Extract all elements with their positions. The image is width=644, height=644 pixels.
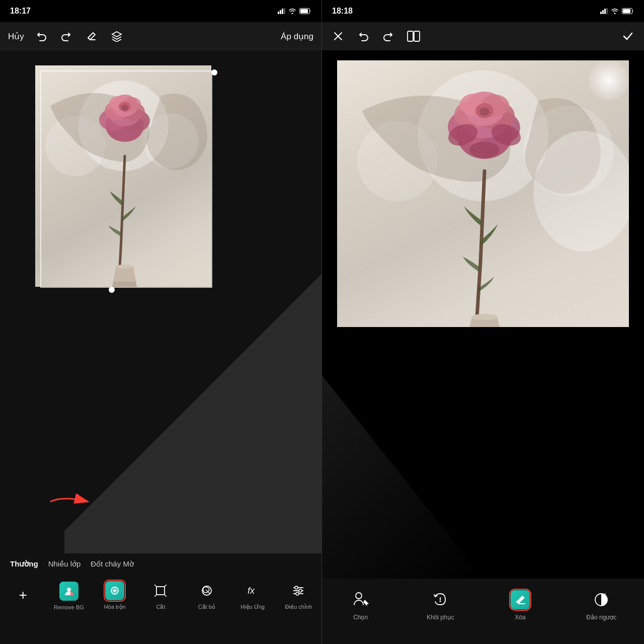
eraser-icon-bg [511,590,530,609]
flower-image-left [35,65,211,287]
svg-line-27 [165,595,167,597]
cut-icon-wrap [149,580,172,602]
compare-button-right[interactable] [406,28,422,44]
blend-tab-dot[interactable]: Đốt cháy Mờ [91,559,134,569]
cutout-tool[interactable]: Cắt bỏ [184,577,229,613]
erase-label: Xóa [515,614,525,621]
svg-rect-37 [623,9,630,13]
layers-button[interactable] [109,28,125,44]
invert-icon [592,591,610,609]
wifi-icon-left [288,8,296,14]
crop-handle-tr[interactable] [211,69,217,75]
select-tool[interactable]: Chọn [344,586,378,624]
undo-button-right[interactable] [355,28,371,44]
erase-tool[interactable]: Xóa [503,586,537,624]
battery-icon-right [622,8,634,14]
svg-point-63 [440,601,441,602]
select-icon [352,591,370,609]
status-bar-left: 18:17 [0,0,321,22]
toolbar-right-left-group [330,28,422,44]
svg-point-16 [115,265,133,269]
signal-icon-left [278,8,285,14]
canvas-right [322,50,644,579]
toolbar-left-group: Hủy [8,28,125,44]
toolbar-right-group: Áp dụng [281,31,313,42]
blend-icon [109,585,120,596]
blend-tab-nhieu[interactable]: Nhiều lớp [48,559,81,569]
adjust-tool[interactable]: Điều chỉnh [276,577,321,613]
blend-tool[interactable]: Hòa trộn [92,577,138,613]
restore-icon-wrap [429,589,451,611]
toolbar-left: Hủy [0,22,321,50]
battery-icon-left [299,8,311,14]
svg-point-59 [479,108,490,116]
svg-text:fx: fx [248,586,255,596]
left-panel: 18:17 [0,0,322,644]
svg-point-22 [113,589,116,592]
bottom-tools-right: Chọn Khôi phục [322,579,644,628]
effects-icon-wrap: fx [242,580,264,602]
svg-line-26 [154,595,156,597]
select-label: Chọn [353,614,368,621]
svg-point-15 [121,105,128,111]
cut-tool[interactable]: Cắt [138,577,184,613]
blend-label: Hòa trộn [104,604,126,610]
effects-icon: fx [246,584,260,598]
apply-button[interactable]: Áp dụng [281,31,313,42]
bottom-tools-left: + Remove BG [0,573,321,617]
signal-icon-right [600,8,608,14]
status-bar-right: 18:18 [322,0,644,22]
undo-button[interactable] [33,28,49,44]
status-icons-right [600,8,634,14]
status-icons-left [278,8,311,14]
svg-rect-23 [156,587,165,595]
flower-svg-right [337,60,629,327]
blend-tab-thuong[interactable]: Thường [10,559,38,569]
invert-tool[interactable]: Đảo ngược [580,586,622,624]
time-right: 18:18 [332,7,353,16]
confirm-button-right[interactable] [620,28,636,44]
add-button[interactable]: + [0,582,46,608]
remove-bg-tool[interactable]: Remove BG [46,577,92,613]
eraser-icon [514,594,526,606]
wifi-icon-right [611,8,619,14]
canvas-left [0,50,321,553]
cut-icon [153,584,168,598]
invert-label: Đảo ngược [586,614,616,621]
adjust-icon [291,584,305,598]
blend-tabs: Thường Nhiều lớp Đốt cháy Mờ [0,553,321,573]
cancel-button[interactable]: Hủy [8,31,24,42]
effects-tool[interactable]: fx Hiệu Ứng [229,577,275,613]
time-left: 18:17 [10,7,31,16]
right-panel: 18:18 [322,0,644,644]
eraser-tool-button[interactable] [84,28,100,44]
select-icon-wrap [350,589,372,611]
arrow-annotation [48,493,93,511]
svg-rect-1 [300,9,308,13]
check-icon [622,31,633,42]
adjust-icon-wrap [287,580,309,602]
svg-point-34 [299,589,302,592]
svg-point-18 [67,588,71,592]
invert-icon-wrap [590,589,612,611]
svg-point-57 [469,142,500,158]
arrow-icon [48,493,93,511]
svg-rect-41 [414,31,420,41]
remove-bg-label: Remove BG [54,604,84,610]
toolbar-right-right-group [620,28,636,44]
cut-label: Cắt [156,604,165,610]
bottom-section-left: Thường Nhiều lớp Đốt cháy Mờ + [0,553,321,644]
restore-tool[interactable]: Khôi phục [421,586,460,624]
redo-button-right[interactable] [380,28,396,44]
remove-bg-icon [59,582,78,601]
blend-icon-wrap [104,580,126,602]
svg-line-24 [154,585,156,587]
svg-point-35 [296,592,299,595]
close-button-right[interactable] [330,28,346,44]
cutout-icon [200,584,214,598]
svg-line-25 [165,585,167,587]
svg-point-33 [295,586,298,589]
redo-button[interactable] [58,28,74,44]
cutout-label: Cắt bỏ [198,604,215,610]
svg-point-60 [471,314,498,320]
